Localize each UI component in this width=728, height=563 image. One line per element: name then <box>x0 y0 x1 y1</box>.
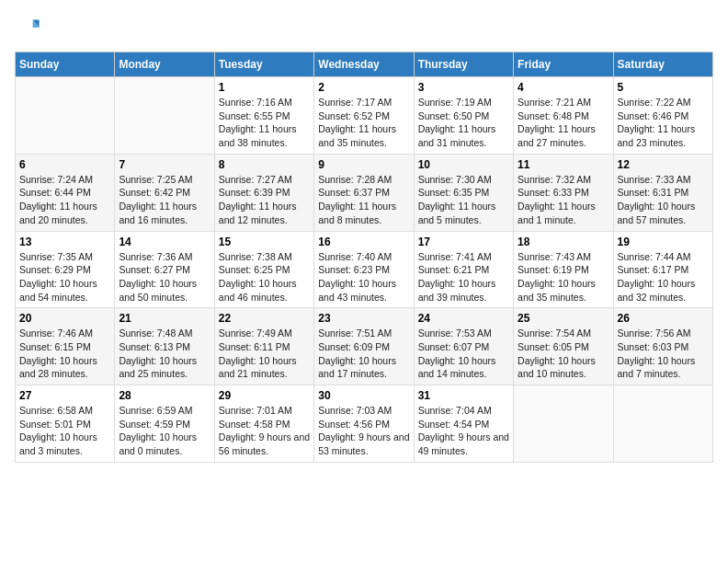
calendar-week-row: 20Sunrise: 7:46 AM Sunset: 6:15 PM Dayli… <box>16 308 713 385</box>
day-number: 18 <box>518 236 609 248</box>
calendar-week-row: 27Sunrise: 6:58 AM Sunset: 5:01 PM Dayli… <box>16 385 713 463</box>
day-info: Sunrise: 6:58 AM Sunset: 5:01 PM Dayligh… <box>19 404 110 458</box>
day-info: Sunrise: 7:38 AM Sunset: 6:25 PM Dayligh… <box>219 250 310 304</box>
day-number: 19 <box>618 236 709 248</box>
day-info: Sunrise: 7:21 AM Sunset: 6:48 PM Dayligh… <box>518 96 609 150</box>
calendar-cell: 2Sunrise: 7:17 AM Sunset: 6:52 PM Daylig… <box>314 77 414 155</box>
day-info: Sunrise: 7:01 AM Sunset: 4:58 PM Dayligh… <box>219 404 310 458</box>
day-number: 3 <box>418 81 509 94</box>
calendar-cell: 3Sunrise: 7:19 AM Sunset: 6:50 PM Daylig… <box>414 77 513 155</box>
day-info: Sunrise: 7:49 AM Sunset: 6:11 PM Dayligh… <box>219 327 310 381</box>
day-number: 26 <box>618 312 709 325</box>
calendar-cell <box>514 385 613 463</box>
calendar-cell: 9Sunrise: 7:28 AM Sunset: 6:37 PM Daylig… <box>314 154 414 231</box>
calendar-cell: 13Sunrise: 7:35 AM Sunset: 6:29 PM Dayli… <box>16 231 115 308</box>
day-info: Sunrise: 7:53 AM Sunset: 6:07 PM Dayligh… <box>418 327 509 381</box>
day-info: Sunrise: 7:30 AM Sunset: 6:35 PM Dayligh… <box>418 173 509 227</box>
day-info: Sunrise: 7:41 AM Sunset: 6:21 PM Dayligh… <box>418 250 509 304</box>
calendar-cell: 17Sunrise: 7:41 AM Sunset: 6:21 PM Dayli… <box>414 231 513 308</box>
logo-icon <box>15 15 40 40</box>
day-info: Sunrise: 7:03 AM Sunset: 4:56 PM Dayligh… <box>318 404 409 458</box>
day-number: 17 <box>418 236 509 248</box>
weekday-header-row: SundayMondayTuesdayWednesdayThursdayFrid… <box>16 52 713 77</box>
calendar-cell: 6Sunrise: 7:24 AM Sunset: 6:44 PM Daylig… <box>16 154 115 231</box>
day-number: 16 <box>318 236 409 248</box>
day-info: Sunrise: 7:48 AM Sunset: 6:13 PM Dayligh… <box>119 327 210 381</box>
calendar-cell: 16Sunrise: 7:40 AM Sunset: 6:23 PM Dayli… <box>314 231 414 308</box>
day-info: Sunrise: 7:17 AM Sunset: 6:52 PM Dayligh… <box>318 96 409 150</box>
calendar-cell: 27Sunrise: 6:58 AM Sunset: 5:01 PM Dayli… <box>16 385 115 463</box>
weekday-header-monday: Monday <box>115 52 214 77</box>
day-info: Sunrise: 7:04 AM Sunset: 4:54 PM Dayligh… <box>418 404 509 458</box>
day-info: Sunrise: 7:22 AM Sunset: 6:46 PM Dayligh… <box>618 96 709 150</box>
day-number: 13 <box>19 236 110 248</box>
day-number: 9 <box>318 158 409 171</box>
calendar-cell: 11Sunrise: 7:32 AM Sunset: 6:33 PM Dayli… <box>514 154 613 231</box>
day-number: 21 <box>119 312 210 325</box>
day-number: 2 <box>318 81 409 94</box>
day-info: Sunrise: 7:56 AM Sunset: 6:03 PM Dayligh… <box>618 327 709 381</box>
page-header <box>15 15 713 40</box>
weekday-header-sunday: Sunday <box>16 52 115 77</box>
day-number: 24 <box>418 312 509 325</box>
day-info: Sunrise: 7:33 AM Sunset: 6:31 PM Dayligh… <box>618 173 709 227</box>
calendar-week-row: 1Sunrise: 7:16 AM Sunset: 6:55 PM Daylig… <box>16 77 713 155</box>
calendar-cell: 30Sunrise: 7:03 AM Sunset: 4:56 PM Dayli… <box>314 385 414 463</box>
day-info: Sunrise: 7:51 AM Sunset: 6:09 PM Dayligh… <box>318 327 409 381</box>
day-number: 12 <box>618 158 709 171</box>
day-number: 14 <box>119 236 210 248</box>
day-info: Sunrise: 7:27 AM Sunset: 6:39 PM Dayligh… <box>219 173 310 227</box>
calendar-cell: 1Sunrise: 7:16 AM Sunset: 6:55 PM Daylig… <box>214 77 313 155</box>
day-number: 31 <box>418 389 509 402</box>
weekday-header-friday: Friday <box>514 52 613 77</box>
day-number: 5 <box>618 81 709 94</box>
calendar-cell: 21Sunrise: 7:48 AM Sunset: 6:13 PM Dayli… <box>115 308 214 385</box>
day-info: Sunrise: 7:36 AM Sunset: 6:27 PM Dayligh… <box>119 250 210 304</box>
day-info: Sunrise: 7:24 AM Sunset: 6:44 PM Dayligh… <box>19 173 110 227</box>
day-info: Sunrise: 7:40 AM Sunset: 6:23 PM Dayligh… <box>318 250 409 304</box>
day-number: 8 <box>219 158 310 171</box>
calendar-cell: 14Sunrise: 7:36 AM Sunset: 6:27 PM Dayli… <box>115 231 214 308</box>
calendar-cell: 4Sunrise: 7:21 AM Sunset: 6:48 PM Daylig… <box>514 77 613 155</box>
calendar-cell <box>115 77 214 155</box>
weekday-header-thursday: Thursday <box>414 52 513 77</box>
weekday-header-wednesday: Wednesday <box>314 52 414 77</box>
day-number: 20 <box>19 312 110 325</box>
calendar-cell: 19Sunrise: 7:44 AM Sunset: 6:17 PM Dayli… <box>613 231 712 308</box>
day-number: 23 <box>318 312 409 325</box>
day-number: 30 <box>318 389 409 402</box>
calendar-cell: 23Sunrise: 7:51 AM Sunset: 6:09 PM Dayli… <box>314 308 414 385</box>
day-info: Sunrise: 7:35 AM Sunset: 6:29 PM Dayligh… <box>19 250 110 304</box>
calendar-cell: 10Sunrise: 7:30 AM Sunset: 6:35 PM Dayli… <box>414 154 513 231</box>
calendar-cell: 18Sunrise: 7:43 AM Sunset: 6:19 PM Dayli… <box>514 231 613 308</box>
calendar-cell: 22Sunrise: 7:49 AM Sunset: 6:11 PM Dayli… <box>214 308 313 385</box>
day-number: 22 <box>219 312 310 325</box>
day-info: Sunrise: 7:32 AM Sunset: 6:33 PM Dayligh… <box>518 173 609 227</box>
calendar-cell: 28Sunrise: 6:59 AM Sunset: 4:59 PM Dayli… <box>115 385 214 463</box>
day-number: 15 <box>219 236 310 248</box>
calendar-week-row: 13Sunrise: 7:35 AM Sunset: 6:29 PM Dayli… <box>16 231 713 308</box>
weekday-header-tuesday: Tuesday <box>214 52 313 77</box>
day-info: Sunrise: 7:44 AM Sunset: 6:17 PM Dayligh… <box>618 250 709 304</box>
weekday-header-saturday: Saturday <box>613 52 712 77</box>
calendar-cell: 12Sunrise: 7:33 AM Sunset: 6:31 PM Dayli… <box>613 154 712 231</box>
calendar-cell: 26Sunrise: 7:56 AM Sunset: 6:03 PM Dayli… <box>613 308 712 385</box>
day-number: 6 <box>19 158 110 171</box>
calendar-cell: 20Sunrise: 7:46 AM Sunset: 6:15 PM Dayli… <box>16 308 115 385</box>
day-number: 7 <box>119 158 210 171</box>
day-info: Sunrise: 7:19 AM Sunset: 6:50 PM Dayligh… <box>418 96 509 150</box>
day-info: Sunrise: 7:25 AM Sunset: 6:42 PM Dayligh… <box>119 173 210 227</box>
calendar-cell <box>613 385 712 463</box>
day-info: Sunrise: 7:43 AM Sunset: 6:19 PM Dayligh… <box>518 250 609 304</box>
day-number: 25 <box>518 312 609 325</box>
day-number: 28 <box>119 389 210 402</box>
day-number: 11 <box>518 158 609 171</box>
calendar-cell: 25Sunrise: 7:54 AM Sunset: 6:05 PM Dayli… <box>514 308 613 385</box>
day-info: Sunrise: 7:16 AM Sunset: 6:55 PM Dayligh… <box>219 96 310 150</box>
day-info: Sunrise: 7:54 AM Sunset: 6:05 PM Dayligh… <box>518 327 609 381</box>
calendar-cell: 7Sunrise: 7:25 AM Sunset: 6:42 PM Daylig… <box>115 154 214 231</box>
calendar-cell <box>16 77 115 155</box>
calendar-cell: 24Sunrise: 7:53 AM Sunset: 6:07 PM Dayli… <box>414 308 513 385</box>
day-number: 10 <box>418 158 509 171</box>
calendar-cell: 8Sunrise: 7:27 AM Sunset: 6:39 PM Daylig… <box>214 154 313 231</box>
